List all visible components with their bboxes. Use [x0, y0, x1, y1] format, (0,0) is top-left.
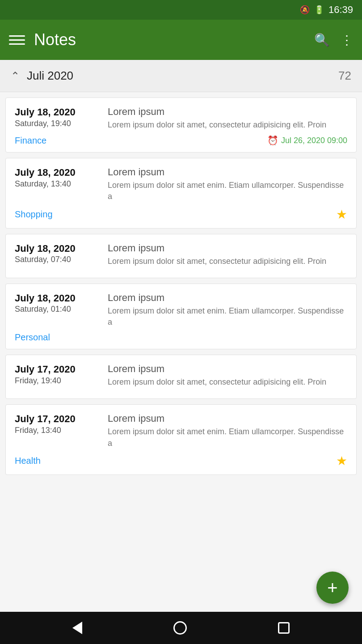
- recents-button[interactable]: [278, 622, 290, 634]
- note-card[interactable]: July 17, 2020Friday, 13:40Lorem ipsumLor…: [5, 404, 357, 475]
- note-title: Lorem ipsum: [108, 106, 347, 118]
- note-preview: Lorem ipsum dolor sit amet enim. Etiam u…: [108, 426, 347, 449]
- note-title: Lorem ipsum: [108, 292, 347, 304]
- note-preview: Lorem ipsum dolor sit amet, consectetur …: [108, 256, 347, 267]
- note-date-sub: Saturday, 01:40: [15, 305, 100, 314]
- note-date-main: July 18, 2020: [15, 166, 100, 179]
- note-date-main: July 18, 2020: [15, 292, 100, 305]
- note-card[interactable]: July 18, 2020Saturday, 01:40Lorem ipsumL…: [5, 284, 357, 349]
- add-icon: +: [327, 579, 337, 597]
- note-reminder: ⏰Jul 26, 2020 09:00: [267, 135, 347, 146]
- app-bar-actions: 🔍 ⋮: [314, 33, 353, 47]
- search-button[interactable]: 🔍: [314, 33, 330, 47]
- note-preview: Lorem ipsum dolor sit amet enim. Etiam u…: [108, 305, 347, 328]
- note-card[interactable]: July 18, 2020Saturday, 13:40Lorem ipsumL…: [5, 158, 357, 228]
- status-bar: 🔕 🔋 16:39: [0, 0, 362, 20]
- month-header[interactable]: ⌃ Juli 2020 72: [0, 60, 362, 92]
- app-title: Notes: [34, 30, 305, 49]
- status-time: 16:39: [328, 4, 353, 16]
- note-date-sub: Saturday, 19:40: [15, 119, 100, 128]
- back-button[interactable]: [72, 622, 82, 634]
- note-tag[interactable]: Shopping: [15, 209, 53, 220]
- note-title: Lorem ipsum: [108, 242, 347, 254]
- nav-bar: [0, 612, 362, 644]
- home-button[interactable]: [173, 621, 187, 635]
- home-icon: [173, 621, 187, 635]
- note-card[interactable]: July 18, 2020Saturday, 19:40Lorem ipsumL…: [5, 97, 357, 153]
- status-icons: 🔕 🔋 16:39: [300, 4, 353, 16]
- note-card[interactable]: July 17, 2020Friday, 19:40Lorem ipsumLor…: [5, 355, 357, 399]
- note-title: Lorem ipsum: [108, 166, 347, 178]
- reminder-text: Jul 26, 2020 09:00: [281, 136, 347, 145]
- add-note-button[interactable]: +: [316, 572, 349, 604]
- notes-list: July 18, 2020Saturday, 19:40Lorem ipsumL…: [0, 92, 362, 612]
- note-tag[interactable]: Personal: [15, 332, 50, 343]
- more-options-button[interactable]: ⋮: [341, 33, 353, 47]
- note-date-sub: Friday, 19:40: [15, 376, 100, 386]
- note-preview: Lorem ipsum dolor sit amet enim. Etiam u…: [108, 180, 347, 202]
- no-sim-icon: 🔕: [300, 5, 310, 15]
- note-date-main: July 17, 2020: [15, 363, 100, 376]
- month-count: 72: [338, 69, 351, 83]
- note-preview: Lorem ipsum dolor sit amet, consectetur …: [108, 119, 347, 131]
- note-title: Lorem ipsum: [108, 413, 347, 424]
- note-title: Lorem ipsum: [108, 363, 347, 375]
- note-date-main: July 17, 2020: [15, 413, 100, 426]
- alarm-icon: ⏰: [267, 135, 278, 146]
- app-bar: Notes 🔍 ⋮: [0, 20, 362, 60]
- recents-icon: [278, 622, 290, 634]
- note-date-main: July 18, 2020: [15, 242, 100, 255]
- note-card[interactable]: July 18, 2020Saturday, 07:40Lorem ipsumL…: [5, 234, 357, 278]
- chevron-up-icon[interactable]: ⌃: [11, 70, 20, 82]
- battery-icon: 🔋: [314, 5, 324, 15]
- star-icon[interactable]: ★: [336, 207, 347, 222]
- note-date-sub: Saturday, 07:40: [15, 255, 100, 264]
- month-label: Juli 2020: [27, 69, 338, 83]
- note-date-sub: Friday, 13:40: [15, 426, 100, 435]
- note-date-main: July 18, 2020: [15, 106, 100, 119]
- note-tag[interactable]: Finance: [15, 136, 46, 146]
- note-tag[interactable]: Health: [15, 456, 41, 466]
- back-icon: [72, 622, 82, 634]
- star-icon[interactable]: ★: [336, 453, 347, 468]
- note-preview: Lorem ipsum dolor sit amet, consectetur …: [108, 377, 347, 388]
- note-date-sub: Saturday, 13:40: [15, 179, 100, 189]
- menu-button[interactable]: [9, 35, 25, 45]
